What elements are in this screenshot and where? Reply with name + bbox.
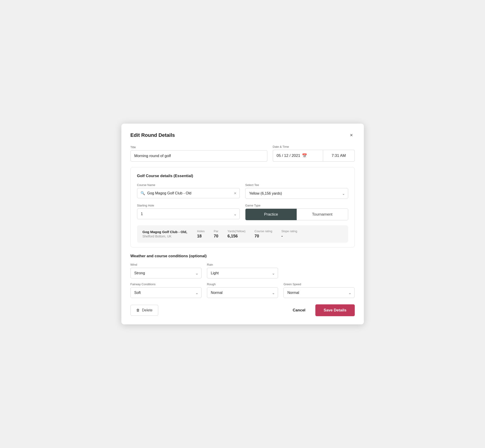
course-name-field-group: Course Name 🔍 × [137, 183, 240, 199]
clear-course-button[interactable]: × [234, 191, 236, 195]
rain-label: Rain [207, 263, 278, 266]
course-rating-label: Course rating [255, 230, 272, 233]
course-info-name-block: Gog Magog Golf Club - Old, Shelford Bott… [143, 230, 188, 238]
course-rating-value: 70 [255, 234, 272, 239]
select-tee-label: Select Tee [245, 183, 348, 187]
slope-value: - [282, 234, 297, 239]
datetime-label: Date & Time [273, 145, 355, 148]
save-button[interactable]: Save Details [315, 304, 355, 316]
fairway-field-group: Fairway Conditions DryNormalSoftWet ⌄ [130, 282, 202, 298]
course-info-row: Gog Magog Golf Club - Old, Shelford Bott… [137, 225, 348, 243]
slope-rating-stat: Slope rating - [282, 230, 297, 239]
wind-select-wrap: CalmLightModerateStrongVery Strong ⌄ [130, 268, 202, 278]
practice-button[interactable]: Practice [245, 209, 297, 220]
date-input-wrap[interactable]: 05 / 12 / 2021 📅 [273, 150, 323, 162]
search-icon: 🔍 [140, 191, 145, 195]
par-stat: Par 70 [214, 230, 218, 239]
fairway-rough-green-row: Fairway Conditions DryNormalSoftWet ⌄ Ro… [130, 282, 355, 298]
title-input[interactable] [130, 150, 267, 162]
holes-label: Holes [197, 230, 205, 233]
yards-value: 6,156 [227, 234, 245, 239]
select-tee-dropdown[interactable]: Yellow (6,156 yards) White Red Blue [245, 188, 348, 199]
fairway-select-wrap: DryNormalSoftWet ⌄ [130, 287, 202, 298]
green-speed-label: Green Speed [283, 282, 355, 286]
datetime-field-group: Date & Time 05 / 12 / 2021 📅 7:31 AM [273, 145, 355, 162]
slope-label: Slope rating [282, 230, 297, 233]
weather-title: Weather and course conditions (optional) [130, 254, 355, 258]
fairway-dropdown[interactable]: DryNormalSoftWet [130, 287, 202, 298]
game-type-label: Game Type [245, 204, 348, 207]
title-label: Title [130, 145, 267, 149]
game-type-toggle: Practice Tournament [245, 208, 348, 220]
starting-hole-field-group: Starting Hole 1234 5678 910 ⌄ [137, 204, 240, 220]
footer-row: 🗑 Delete Cancel Save Details [130, 304, 355, 316]
rain-dropdown[interactable]: NoneLightModerateHeavy [207, 268, 278, 278]
wind-label: Wind [130, 263, 202, 266]
datetime-row: 05 / 12 / 2021 📅 7:31 AM [273, 150, 355, 162]
course-stats: Holes 18 Par 70 Yards(Yellow) 6,156 Cour… [197, 230, 343, 239]
weather-section: Weather and course conditions (optional)… [130, 254, 355, 298]
course-name-tee-row: Course Name 🔍 × Select Tee Yellow (6,156… [137, 183, 348, 199]
modal-header: Edit Round Details × [130, 132, 355, 139]
delete-button[interactable]: 🗑 Delete [130, 305, 158, 316]
close-button[interactable]: × [348, 132, 355, 139]
edit-round-modal: Edit Round Details × Title Date & Time 0… [121, 124, 364, 324]
wind-rain-row: Wind CalmLightModerateStrongVery Strong … [130, 263, 355, 278]
tournament-button[interactable]: Tournament [297, 209, 348, 220]
course-section-title: Golf Course details (Essential) [137, 174, 348, 178]
green-speed-field-group: Green Speed SlowNormalFastVery Fast ⌄ [283, 282, 355, 298]
course-rating-stat: Course rating 70 [255, 230, 272, 239]
select-tee-wrap: Yellow (6,156 yards) White Red Blue ⌄ [245, 188, 348, 199]
title-field-group: Title [130, 145, 267, 162]
par-value: 70 [214, 234, 218, 239]
rough-label: Rough [207, 282, 278, 286]
green-speed-select-wrap: SlowNormalFastVery Fast ⌄ [283, 287, 355, 298]
course-info-name: Gog Magog Golf Club - Old, [143, 230, 188, 234]
starting-hole-dropdown[interactable]: 1234 5678 910 [137, 208, 240, 219]
top-row: Title Date & Time 05 / 12 / 2021 📅 7:31 … [130, 145, 355, 162]
course-info-location: Shelford Bottom, UK [143, 234, 188, 238]
rough-dropdown[interactable]: ShortNormalLongVery Long [207, 287, 278, 298]
yards-label: Yards(Yellow) [227, 230, 245, 233]
par-label: Par [214, 230, 218, 233]
course-name-search-wrap[interactable]: 🔍 × [137, 188, 240, 198]
time-value: 7:31 AM [331, 153, 346, 158]
course-section: Golf Course details (Essential) Course N… [130, 167, 355, 248]
wind-field-group: Wind CalmLightModerateStrongVery Strong … [130, 263, 202, 278]
rain-field-group: Rain NoneLightModerateHeavy ⌄ [207, 263, 278, 278]
yards-stat: Yards(Yellow) 6,156 [227, 230, 245, 239]
game-type-field-group: Game Type Practice Tournament [245, 204, 348, 220]
cancel-button[interactable]: Cancel [288, 305, 310, 316]
starting-hole-label: Starting Hole [137, 204, 240, 207]
select-tee-field-group: Select Tee Yellow (6,156 yards) White Re… [245, 183, 348, 199]
time-input-wrap[interactable]: 7:31 AM [323, 150, 355, 162]
holes-stat: Holes 18 [197, 230, 205, 239]
modal-title: Edit Round Details [130, 132, 175, 138]
trash-icon: 🗑 [136, 308, 140, 312]
wind-dropdown[interactable]: CalmLightModerateStrongVery Strong [130, 268, 202, 278]
calendar-icon: 📅 [302, 153, 307, 158]
course-name-input[interactable] [147, 191, 232, 195]
fairway-label: Fairway Conditions [130, 282, 202, 286]
green-speed-dropdown[interactable]: SlowNormalFastVery Fast [283, 287, 355, 298]
course-name-label: Course Name [137, 183, 240, 187]
starting-hole-wrap: 1234 5678 910 ⌄ [137, 208, 240, 219]
delete-label: Delete [142, 308, 153, 312]
date-value: 05 / 12 / 2021 [277, 153, 300, 158]
rain-select-wrap: NoneLightModerateHeavy ⌄ [207, 268, 278, 278]
rough-select-wrap: ShortNormalLongVery Long ⌄ [207, 287, 278, 298]
hole-gametype-row: Starting Hole 1234 5678 910 ⌄ Game Type … [137, 204, 348, 220]
rough-field-group: Rough ShortNormalLongVery Long ⌄ [207, 282, 278, 298]
holes-value: 18 [197, 234, 205, 239]
footer-right: Cancel Save Details [288, 304, 355, 316]
